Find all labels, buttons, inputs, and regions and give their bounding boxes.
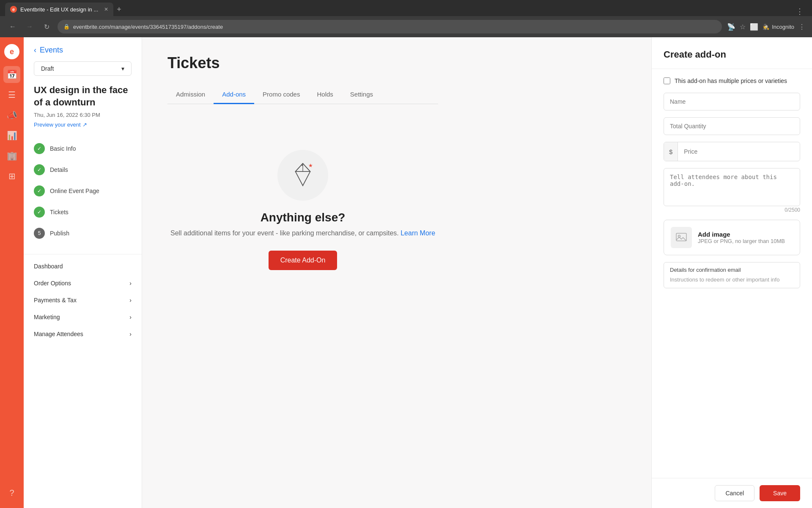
confirmation-placeholder: Instructions to redeem or other importan…: [664, 275, 800, 288]
back-btn[interactable]: ←: [7, 21, 19, 33]
sidebar-icon-list[interactable]: ☰: [3, 86, 20, 103]
preview-label: Preview your event: [34, 121, 81, 128]
confirmation-label: Details for confirmation email: [664, 262, 800, 275]
extension-btn[interactable]: ⬜: [750, 23, 758, 31]
sidebar-icon-megaphone[interactable]: 📣: [3, 107, 20, 124]
event-preview[interactable]: Preview your event ↗: [24, 121, 142, 128]
tab-settings[interactable]: Settings: [342, 86, 381, 104]
char-count: 0/2500: [664, 207, 800, 213]
image-upload-icon: [671, 227, 692, 248]
browser-controls: ← → ↻ 🔒 eventbrite.com/manage/events/336…: [0, 16, 812, 37]
nav-label-basic-info: Basic Info: [50, 145, 76, 152]
confirmation-field[interactable]: Details for confirmation email Instructi…: [664, 262, 800, 288]
tab-promo-codes-label: Promo codes: [263, 91, 300, 98]
step-check-tickets: ✓: [34, 207, 45, 218]
marketing-arrow-icon: ›: [129, 314, 132, 320]
name-field: [664, 93, 800, 110]
sidebar-payments-tax[interactable]: Payments & Tax ›: [24, 292, 142, 309]
menu-btn[interactable]: ⋮: [798, 23, 805, 31]
preview-link[interactable]: Preview your event ↗: [34, 121, 132, 128]
cast-btn[interactable]: 📡: [727, 23, 735, 31]
event-date: Thu, Jun 16, 2022 6:30 PM: [24, 112, 142, 118]
create-addon-button[interactable]: Create Add-On: [269, 251, 337, 270]
incognito-label: Incognito: [772, 24, 794, 30]
svg-text:★: ★: [308, 163, 313, 168]
bookmark-btn[interactable]: ☆: [740, 23, 746, 31]
learn-more-link[interactable]: Learn More: [401, 229, 435, 237]
create-addon-panel: Create add-on This add-on has multiple p…: [651, 37, 812, 508]
draft-chevron-icon: ▾: [121, 65, 124, 72]
save-button[interactable]: Save: [760, 485, 800, 501]
nav-basic-info[interactable]: ✓ Basic Info: [24, 138, 142, 159]
tab-title: Eventbrite - Edit UX design in ...: [20, 6, 98, 13]
page-title: Tickets: [167, 54, 438, 72]
image-upload[interactable]: Add image JPEG or PNG, no larger than 10…: [664, 220, 800, 255]
sidebar-icon-help[interactable]: ?: [3, 484, 20, 501]
name-input[interactable]: [664, 93, 800, 110]
sidebar-icon-chart[interactable]: 📊: [3, 127, 20, 144]
sidebar-manage-attendees[interactable]: Manage Attendees ›: [24, 326, 142, 342]
manage-attendees-label: Manage Attendees: [34, 331, 83, 337]
image-icon-svg: [675, 232, 687, 243]
browser-tabs: e Eventbrite - Edit UX design in ... ✕ +…: [0, 0, 812, 16]
new-tab-btn[interactable]: +: [113, 3, 125, 16]
sidebar-dashboard[interactable]: Dashboard: [24, 258, 142, 275]
order-options-label: Order Options: [34, 280, 71, 287]
empty-state-desc: Sell additional items for your event - l…: [170, 229, 435, 237]
browser-chrome: e Eventbrite - Edit UX design in ... ✕ +…: [0, 0, 812, 37]
sidebar-icon-apps[interactable]: ⊞: [3, 168, 20, 185]
tabs-bar: Admission Add-ons Promo codes Holds Sett…: [167, 86, 438, 104]
icon-bar: e 📅 ☰ 📣 📊 🏢 ⊞ ?: [0, 37, 24, 508]
quantity-input[interactable]: [664, 117, 800, 135]
sidebar-icon-building[interactable]: 🏢: [3, 147, 20, 164]
back-to-events[interactable]: ‹ Events: [24, 46, 142, 61]
panel-header: Create add-on: [652, 37, 812, 69]
tab-admission[interactable]: Admission: [167, 86, 214, 104]
tab-addons[interactable]: Add-ons: [214, 86, 254, 104]
draft-label: Draft: [41, 65, 54, 72]
event-title: UX design in the face of a downturn: [24, 84, 142, 108]
image-sub: JPEG or PNG, no larger than 10MB: [698, 238, 785, 244]
refresh-btn[interactable]: ↻: [41, 21, 52, 33]
forward-btn[interactable]: →: [24, 21, 36, 33]
tab-list-btn[interactable]: ⋮: [793, 7, 807, 16]
divider-1: [24, 254, 142, 254]
address-bar[interactable]: 🔒 eventbrite.com/manage/events/336451735…: [58, 20, 722, 33]
cancel-button[interactable]: Cancel: [715, 485, 754, 501]
nav-details[interactable]: ✓ Details: [24, 159, 142, 180]
svg-text:✦: ✦: [301, 163, 304, 167]
price-input[interactable]: [678, 143, 800, 160]
description-textarea[interactable]: [664, 168, 800, 206]
tab-holds[interactable]: Holds: [308, 86, 341, 104]
nav-label-details: Details: [50, 166, 68, 173]
app-layout: e 📅 ☰ 📣 📊 🏢 ⊞ ? ‹ Events Draft ▾ UX desi…: [0, 37, 812, 508]
price-input-wrap: $: [664, 142, 800, 161]
logo-letter: e: [10, 47, 14, 56]
image-title: Add image: [698, 231, 785, 238]
main-content: Tickets Admission Add-ons Promo codes Ho…: [142, 37, 651, 508]
tickets-page: Tickets Admission Add-ons Promo codes Ho…: [142, 37, 464, 312]
payments-tax-label: Payments & Tax: [34, 297, 77, 304]
draft-button[interactable]: Draft ▾: [34, 61, 132, 76]
step-number-publish: 5: [34, 228, 45, 239]
tab-promo-codes[interactable]: Promo codes: [254, 86, 308, 104]
active-tab[interactable]: e Eventbrite - Edit UX design in ... ✕: [5, 3, 113, 16]
nav-publish[interactable]: 5 Publish: [24, 223, 142, 244]
manage-attendees-arrow-icon: ›: [129, 331, 132, 337]
nav-tickets[interactable]: ✓ Tickets: [24, 202, 142, 223]
sidebar-marketing[interactable]: Marketing ›: [24, 309, 142, 326]
nav-online-event[interactable]: ✓ Online Event Page: [24, 180, 142, 202]
multiple-prices-checkbox[interactable]: [664, 77, 670, 84]
back-label: Events: [40, 46, 63, 55]
diamond-illustration: ★ ✦: [277, 150, 328, 201]
tab-close-btn[interactable]: ✕: [104, 6, 108, 12]
url-text: eventbrite.com/manage/events/33645173519…: [73, 24, 223, 30]
sidebar-icon-calendar[interactable]: 📅: [3, 66, 20, 83]
incognito-btn[interactable]: 🕵 Incognito: [763, 24, 794, 30]
nav-label-online: Online Event Page: [50, 188, 99, 194]
tab-favicon: e: [10, 6, 17, 13]
sidebar-order-options[interactable]: Order Options ›: [24, 275, 142, 292]
step-check-basic: ✓: [34, 143, 45, 154]
app-logo[interactable]: e: [4, 44, 19, 59]
empty-state-text: Sell additional items for your event - l…: [170, 229, 401, 237]
